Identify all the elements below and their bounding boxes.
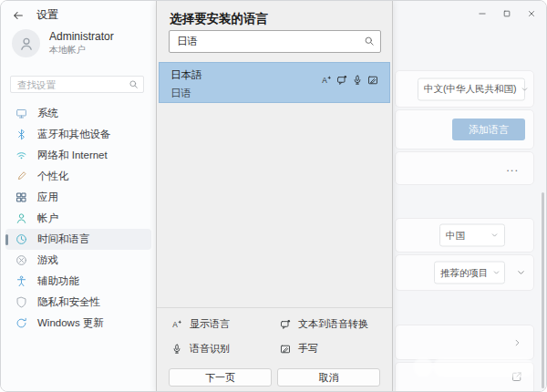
next-button[interactable]: 下一页 — [169, 368, 272, 387]
back-arrow-icon[interactable] — [12, 9, 25, 22]
language-feature-icons: A — [321, 75, 378, 86]
language-translated-name: 日语 — [170, 87, 378, 100]
handwriting-icon — [280, 344, 291, 355]
add-language-dialog: 选择要安装的语言 日本語 日语 A A 显示语言 文本到语音转换 语音识别 手写… — [156, 1, 393, 392]
chevron-down-icon — [490, 232, 499, 240]
sidebar-item-time-language[interactable]: 时间和语言 — [5, 229, 151, 250]
chevron-down-icon — [521, 85, 529, 93]
chevron-right-icon — [512, 337, 522, 347]
expander-chevron-down-icon[interactable] — [516, 268, 526, 278]
language-result-row[interactable]: 日本語 日语 A — [159, 62, 390, 103]
search-icon — [129, 79, 139, 89]
privacy-icon — [15, 296, 27, 308]
selected-indicator — [5, 234, 8, 245]
dialog-buttons: 下一页 取消 — [169, 368, 380, 387]
close-icon — [527, 9, 536, 18]
feature-legend: A 显示语言 文本到语音转换 语音识别 手写 — [171, 312, 387, 361]
scrollbar[interactable] — [542, 192, 544, 388]
legend-item: 语音识别 — [171, 336, 280, 361]
speech-recognition-icon — [352, 75, 363, 86]
title-bar-left: 设置 — [12, 7, 58, 23]
regional-format-dropdown[interactable]: 推荐的项目 — [434, 262, 505, 284]
legend-item: 手写 — [280, 336, 387, 361]
app-title: 设置 — [36, 7, 58, 23]
sidebar: 设置 Administrator 本地帐户 系统 蓝牙和其他设备 网络和 Int… — [1, 1, 156, 392]
country-region-value: 中国 — [446, 229, 465, 242]
language-result-list: 日本語 日语 A — [159, 62, 390, 103]
svg-text:A: A — [322, 77, 327, 85]
user-name: Administrator — [49, 30, 114, 43]
legend-item: 文本到语音转换 — [280, 312, 387, 336]
sidebar-item-privacy[interactable]: 隐私和安全性 — [5, 292, 151, 313]
account-icon — [15, 212, 27, 224]
regional-format-value: 推荐的项目 — [440, 266, 489, 279]
close-button[interactable] — [519, 4, 543, 23]
gaming-icon — [15, 254, 27, 266]
window-controls — [470, 4, 543, 23]
legend-item: A 显示语言 — [171, 312, 280, 336]
cancel-button[interactable]: 取消 — [277, 368, 380, 387]
accessibility-icon — [15, 275, 27, 287]
bluetooth-icon — [15, 129, 27, 140]
sidebar-item-windows-update[interactable]: Windows 更新 — [5, 313, 151, 334]
account-type: 本地帐户 — [49, 44, 114, 57]
chevron-down-icon — [492, 269, 501, 277]
maximize-icon — [502, 9, 511, 18]
content-panel: 中文(中华人民共和国) 添加语言 ... 中国 推荐的项目 — [393, 1, 546, 391]
avatar — [12, 29, 40, 57]
text-to-speech-icon — [336, 75, 347, 86]
time-language-icon — [15, 233, 27, 245]
speech-recognition-icon — [171, 344, 182, 355]
external-link-row[interactable] — [395, 362, 534, 392]
minimize-icon — [478, 9, 487, 18]
maximize-button[interactable] — [494, 4, 519, 23]
sidebar-item-system[interactable]: 系统 — [5, 103, 151, 124]
regional-format-card: 推荐的项目 — [395, 254, 534, 291]
language-search — [169, 30, 381, 53]
text-to-speech-icon — [280, 319, 291, 330]
settings-search — [10, 76, 144, 93]
related-settings-row[interactable] — [395, 325, 534, 360]
sidebar-item-accessibility[interactable]: 辅助功能 — [5, 271, 151, 292]
wifi-icon — [15, 150, 27, 161]
more-options-button[interactable]: ... — [506, 160, 519, 174]
language-options-card: ... — [395, 151, 534, 185]
display-language-icon: A — [171, 319, 182, 330]
windows-display-language-dropdown[interactable]: 中文(中华人民共和国) — [418, 77, 525, 100]
sidebar-nav: 系统 蓝牙和其他设备 网络和 Internet 个性化 应用 帐户 时间和语言 … — [5, 103, 151, 334]
country-region-card: 中国 — [395, 218, 534, 253]
display-language-card: 中文(中华人民共和国) — [395, 70, 534, 108]
language-search-input[interactable] — [169, 30, 381, 53]
settings-search-input[interactable] — [10, 76, 144, 93]
sidebar-item-account[interactable]: 帐户 — [5, 208, 151, 229]
minimize-button[interactable] — [470, 4, 494, 23]
country-region-dropdown[interactable]: 中国 — [439, 224, 505, 247]
search-icon — [364, 36, 375, 46]
person-icon — [18, 36, 35, 52]
personalization-icon — [15, 170, 27, 182]
add-language-button[interactable]: 添加语言 — [452, 119, 525, 140]
sidebar-item-apps[interactable]: 应用 — [5, 187, 151, 208]
svg-text:A: A — [172, 321, 178, 329]
sidebar-item-personalization[interactable]: 个性化 — [5, 166, 151, 187]
display-language-icon: A — [321, 75, 332, 86]
settings-window: 设置 Administrator 本地帐户 系统 蓝牙和其他设备 网络和 Int… — [0, 0, 547, 392]
windows-display-language-value: 中文(中华人民共和国) — [424, 83, 517, 96]
windows-update-icon — [15, 317, 27, 329]
sidebar-item-gaming[interactable]: 游戏 — [5, 250, 151, 271]
user-account-row[interactable]: Administrator 本地帐户 — [12, 29, 114, 57]
sidebar-item-wifi[interactable]: 网络和 Internet — [5, 145, 151, 166]
apps-icon — [15, 191, 27, 203]
preferred-languages-card: 添加语言 — [395, 109, 534, 150]
sidebar-item-bluetooth[interactable]: 蓝牙和其他设备 — [5, 124, 151, 145]
system-icon — [15, 108, 27, 119]
external-link-icon — [511, 371, 522, 382]
divider — [157, 307, 392, 308]
handwriting-icon — [367, 75, 378, 86]
dialog-title: 选择要安装的语言 — [170, 11, 268, 27]
